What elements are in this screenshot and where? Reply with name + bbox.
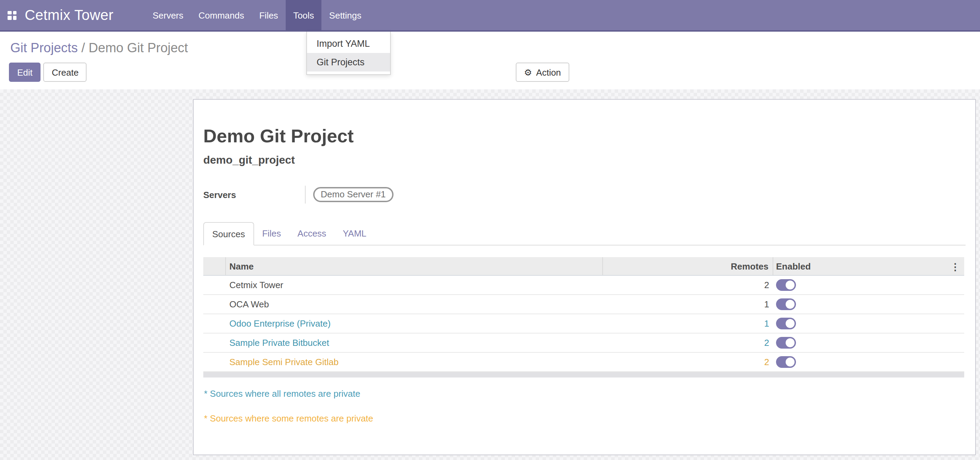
tab-yaml[interactable]: YAML <box>334 222 375 245</box>
enabled-cell <box>773 337 964 348</box>
breadcrumb-current: Demo Git Project <box>89 41 188 55</box>
menu-item-git-projects[interactable]: Git Projects <box>307 53 390 72</box>
source-name: Cetmix Tower <box>226 280 603 290</box>
source-name: Odoo Enterprise (Private) <box>226 318 603 329</box>
enabled-toggle[interactable] <box>776 299 796 310</box>
brand-title[interactable]: Cetmix Tower <box>25 7 113 23</box>
servers-field-label: Servers <box>203 186 305 203</box>
footnote-all-private: * Sources where all remotes are private <box>204 388 966 399</box>
breadcrumb-separator: / <box>78 41 89 55</box>
source-name: Sample Private Bitbucket <box>226 338 603 348</box>
main-menu: Servers Commands Files Tools Settings <box>145 0 369 30</box>
edit-button[interactable]: Edit <box>9 62 41 82</box>
control-panel: Git Projects / Demo Git Project Edit Cre… <box>0 32 980 89</box>
remotes-count: 2 <box>603 357 773 367</box>
table-row[interactable]: OCA Web 1 <box>203 295 964 314</box>
remotes-count: 2 <box>603 280 773 290</box>
footnote-semi-private: * Sources where some remotes are private <box>204 413 966 423</box>
servers-field: Servers Demo Server #1 <box>203 186 966 203</box>
enabled-cell <box>773 356 964 368</box>
create-button[interactable]: Create <box>44 62 87 82</box>
table-row[interactable]: Sample Private Bitbucket 2 <box>203 334 964 353</box>
tools-dropdown-menu: Import YAML Git Projects <box>306 32 391 75</box>
nav-item-settings[interactable]: Settings <box>322 0 369 30</box>
remotes-count: 1 <box>603 318 773 329</box>
content-background: Demo Git Project demo_git_project Server… <box>0 89 980 460</box>
remotes-count: 2 <box>603 338 773 348</box>
table-row[interactable]: Cetmix Tower 2 <box>203 276 964 295</box>
table-header-row: Name Remotes Enabled ⋮ <box>203 257 964 276</box>
record-title: Demo Git Project <box>203 126 966 147</box>
enabled-cell <box>773 279 964 291</box>
apps-grid-icon[interactable] <box>8 11 16 19</box>
nav-item-tools[interactable]: Tools <box>286 0 322 30</box>
source-name: Sample Semi Private Gitlab <box>226 357 603 367</box>
tab-sources[interactable]: Sources <box>203 222 254 246</box>
table-body: Cetmix Tower 2 OCA Web 1 Odoo Enterprise… <box>203 276 964 372</box>
enabled-toggle[interactable] <box>776 337 796 348</box>
remotes-count: 1 <box>603 299 773 310</box>
top-navbar: Cetmix Tower Servers Commands Files Tool… <box>0 0 980 32</box>
app-window: Cetmix Tower Servers Commands Files Tool… <box>0 0 980 460</box>
breadcrumb: Git Projects / Demo Git Project <box>0 32 980 56</box>
control-panel-buttons: Edit Create <box>9 62 87 82</box>
record-subtitle: demo_git_project <box>203 154 966 166</box>
enabled-cell <box>773 299 964 310</box>
form-sheet: Demo Git Project demo_git_project Server… <box>193 99 976 455</box>
enabled-toggle[interactable] <box>776 318 796 329</box>
servers-field-value: Demo Server #1 <box>305 186 393 203</box>
server-tag[interactable]: Demo Server #1 <box>313 187 393 202</box>
notebook-tabs: Sources Files Access YAML <box>203 222 966 246</box>
table-header-rownum <box>203 257 226 275</box>
enabled-cell <box>773 318 964 329</box>
gear-icon: ⚙ <box>524 67 532 77</box>
action-button-label: Action <box>536 67 561 77</box>
table-row[interactable]: Sample Semi Private Gitlab 2 <box>203 353 964 372</box>
nav-item-servers[interactable]: Servers <box>145 0 191 30</box>
table-row[interactable]: Odoo Enterprise (Private) 1 <box>203 314 964 334</box>
sources-table: Name Remotes Enabled ⋮ Cetmix Tower 2 OC… <box>203 257 964 377</box>
breadcrumb-parent-link[interactable]: Git Projects <box>10 41 78 55</box>
table-header-remotes[interactable]: Remotes <box>603 257 773 275</box>
action-button[interactable]: ⚙Action <box>516 62 569 82</box>
table-footer-strip <box>203 372 964 377</box>
enabled-toggle[interactable] <box>776 279 796 291</box>
tab-access[interactable]: Access <box>289 222 334 245</box>
nav-item-commands[interactable]: Commands <box>191 0 252 30</box>
optional-columns-icon[interactable]: ⋮ <box>948 257 962 276</box>
nav-item-files[interactable]: Files <box>252 0 286 30</box>
menu-item-import-yaml[interactable]: Import YAML <box>307 34 390 53</box>
tab-files[interactable]: Files <box>254 222 289 245</box>
table-header-name[interactable]: Name <box>226 257 603 275</box>
table-header-enabled[interactable]: Enabled <box>773 257 964 275</box>
source-name: OCA Web <box>226 299 603 310</box>
enabled-toggle[interactable] <box>776 356 796 368</box>
